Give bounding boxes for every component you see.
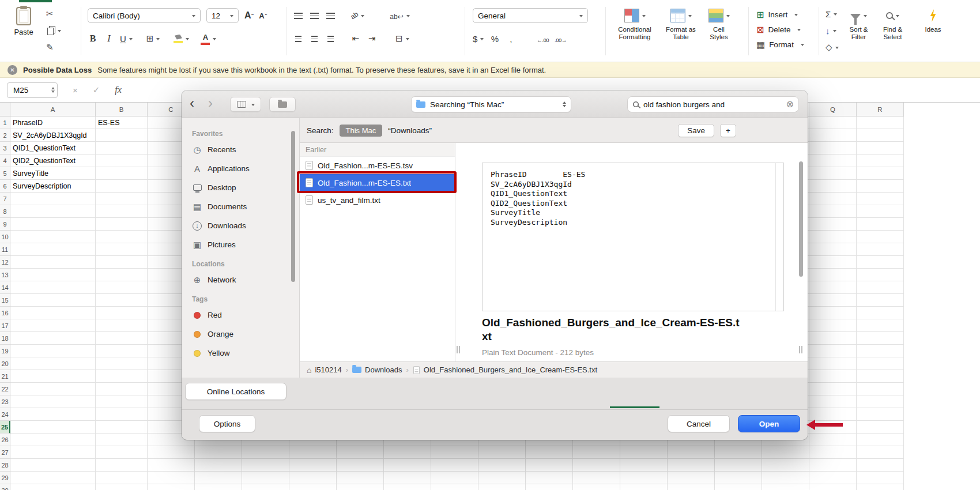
font-size-select[interactable]: 12: [206, 8, 239, 23]
copy-button[interactable]: [46, 24, 61, 37]
cell-Q15[interactable]: [809, 294, 857, 307]
sidebar-item-applications[interactable]: AApplications: [182, 159, 299, 178]
cell-F27[interactable]: [289, 446, 337, 459]
cell-K29[interactable]: [526, 472, 573, 484]
cell-Q22[interactable]: [809, 383, 857, 395]
cell-B23[interactable]: [96, 395, 148, 408]
cell-A27[interactable]: [10, 446, 96, 459]
row-header-21[interactable]: 21: [0, 370, 10, 383]
cell-A2[interactable]: SV_2cA6yDBJ1X3qgId: [10, 129, 96, 142]
cell-styles-button[interactable]: Cell Styles: [704, 7, 733, 41]
row-header-18[interactable]: 18: [0, 332, 10, 345]
cell-A29[interactable]: [10, 472, 96, 484]
cell-B13[interactable]: [96, 269, 148, 281]
cell-B24[interactable]: [96, 408, 148, 421]
sidebar-item-red[interactable]: Red: [182, 306, 299, 325]
cell-A4[interactable]: QID2_QuestionText: [10, 154, 96, 167]
cell-H29[interactable]: [384, 472, 431, 484]
number-format-select[interactable]: General: [473, 8, 588, 23]
cell-A21[interactable]: [10, 370, 96, 383]
cell-Q2[interactable]: [809, 129, 857, 142]
cell-H27[interactable]: [384, 446, 431, 459]
cell-N30[interactable]: [668, 484, 715, 490]
cell-F30[interactable]: [289, 484, 337, 490]
cell-D28[interactable]: [195, 459, 242, 472]
italic-button[interactable]: I: [104, 31, 114, 46]
cell-R27[interactable]: [857, 446, 904, 459]
sidebar-item-desktop[interactable]: Desktop: [182, 178, 299, 197]
options-button[interactable]: Options: [199, 415, 255, 432]
cell-R16[interactable]: [857, 307, 904, 319]
row-header-23[interactable]: 23: [0, 395, 10, 408]
cell-J28[interactable]: [478, 459, 526, 472]
cell-D29[interactable]: [195, 472, 242, 484]
cell-R18[interactable]: [857, 332, 904, 345]
cell-R6[interactable]: [857, 180, 904, 193]
font-name-select[interactable]: Calibri (Body): [88, 8, 201, 23]
format-painter-button[interactable]: [46, 40, 61, 54]
cell-A11[interactable]: [10, 243, 96, 256]
cell-O28[interactable]: [715, 459, 762, 472]
decrease-indent-button[interactable]: [350, 31, 361, 46]
cell-Q27[interactable]: [809, 446, 857, 459]
search-input[interactable]: [643, 100, 782, 109]
cell-Q17[interactable]: [809, 319, 857, 332]
fill-button[interactable]: [826, 24, 839, 37]
cell-D27[interactable]: [195, 446, 242, 459]
cell-Q14[interactable]: [809, 281, 857, 294]
cell-R23[interactable]: [857, 395, 904, 408]
cell-R25[interactable]: [857, 421, 904, 434]
cell-Q3[interactable]: [809, 142, 857, 154]
cell-R1[interactable]: [857, 116, 904, 129]
cell-B22[interactable]: [96, 383, 148, 395]
cell-O27[interactable]: [715, 446, 762, 459]
cell-R20[interactable]: [857, 357, 904, 370]
cell-K28[interactable]: [526, 459, 573, 472]
sidebar-item-yellow[interactable]: Yellow: [182, 344, 299, 363]
cell-B6[interactable]: [96, 180, 148, 193]
column-header-A[interactable]: A: [10, 103, 96, 116]
cell-C30[interactable]: [148, 484, 195, 490]
merge-center-button[interactable]: [395, 31, 409, 46]
row-header-20[interactable]: 20: [0, 357, 10, 370]
cell-A13[interactable]: [10, 269, 96, 281]
cell-L28[interactable]: [573, 459, 620, 472]
cell-J30[interactable]: [478, 484, 526, 490]
cell-I27[interactable]: [431, 446, 478, 459]
cell-A14[interactable]: [10, 281, 96, 294]
cell-A24[interactable]: [10, 408, 96, 421]
row-header-5[interactable]: 5: [0, 167, 10, 180]
cell-A9[interactable]: [10, 218, 96, 231]
cell-E27[interactable]: [242, 446, 289, 459]
cell-M29[interactable]: [620, 472, 668, 484]
cell-P30[interactable]: [762, 484, 809, 490]
currency-format-button[interactable]: $: [473, 31, 484, 46]
row-header-10[interactable]: 10: [0, 231, 10, 243]
cell-A5[interactable]: SurveyTitle: [10, 167, 96, 180]
cell-B30[interactable]: [96, 484, 148, 490]
cell-I28[interactable]: [431, 459, 478, 472]
cell-L29[interactable]: [573, 472, 620, 484]
open-button[interactable]: Open: [738, 415, 800, 432]
format-button[interactable]: Format: [756, 37, 804, 52]
cell-B27[interactable]: [96, 446, 148, 459]
cell-A12[interactable]: [10, 256, 96, 269]
path-item[interactable]: Old_Fashioned_Burgers_and_Ice_Cream-ES-E…: [413, 365, 597, 375]
row-header-29[interactable]: 29: [0, 472, 10, 484]
confirm-entry-icon[interactable]: ✓: [93, 85, 100, 95]
cell-O29[interactable]: [715, 472, 762, 484]
cell-A20[interactable]: [10, 357, 96, 370]
cell-A7[interactable]: [10, 193, 96, 205]
cell-B14[interactable]: [96, 281, 148, 294]
dialog-scrollbar[interactable]: [799, 161, 803, 277]
cell-R19[interactable]: [857, 345, 904, 357]
cell-B20[interactable]: [96, 357, 148, 370]
row-header-13[interactable]: 13: [0, 269, 10, 281]
cell-J27[interactable]: [478, 446, 526, 459]
sidebar-item-orange[interactable]: Orange: [182, 325, 299, 344]
cell-Q4[interactable]: [809, 154, 857, 167]
bold-button[interactable]: B: [88, 31, 98, 46]
cell-A16[interactable]: [10, 307, 96, 319]
scope-downloads-button[interactable]: “Downloads”: [388, 126, 432, 135]
cell-R9[interactable]: [857, 218, 904, 231]
